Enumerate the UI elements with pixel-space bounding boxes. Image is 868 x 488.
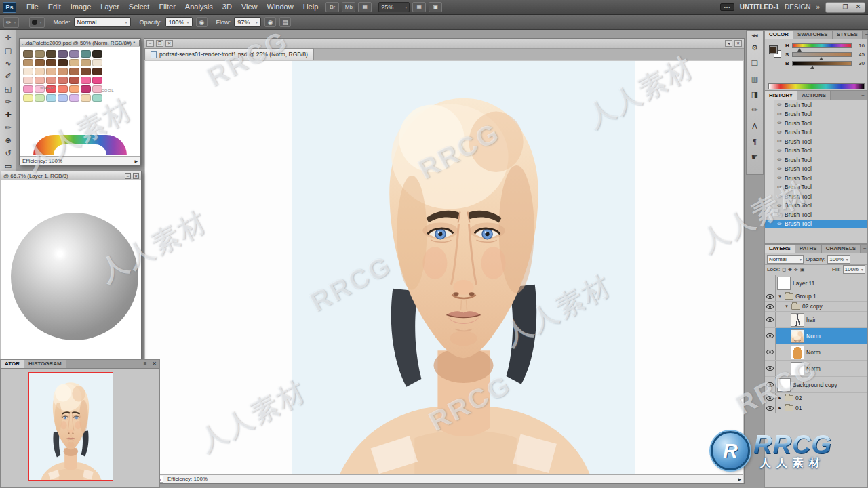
layer-blend-mode-select[interactable]: Normal ▾: [767, 255, 804, 264]
tab-swatches[interactable]: SWATCHES: [793, 30, 833, 39]
healing-brush-tool[interactable]: ✚: [0, 108, 16, 121]
menu-analysis[interactable]: Analysis: [180, 0, 218, 14]
blend-mode-select[interactable]: Normal ▾: [74, 17, 131, 27]
workspace-overflow-icon[interactable]: »: [816, 3, 820, 11]
visibility-toggle[interactable]: [765, 393, 776, 403]
tab-color[interactable]: COLOR: [765, 30, 793, 39]
color-swatch[interactable]: [58, 59, 68, 66]
menu-select[interactable]: Select: [124, 0, 155, 14]
color-swatch[interactable]: [35, 50, 45, 58]
color-swatch[interactable]: [58, 94, 68, 102]
screen-mode-icon[interactable]: ▣: [429, 2, 442, 12]
palette-canvas[interactable]: WARM COOL: [20, 47, 140, 156]
sphere-canvas[interactable]: [1, 180, 141, 359]
cs-live-icon[interactable]: •••: [720, 3, 734, 11]
window-minimize-icon[interactable]: –: [146, 40, 154, 47]
status-arrow-icon[interactable]: ▶: [134, 159, 138, 163]
history-row[interactable]: ✏Brush Tool: [765, 210, 867, 220]
color-spectrum-ramp[interactable]: [768, 83, 865, 89]
tab-layers[interactable]: LAYERS: [765, 245, 795, 253]
layer-row-group-1[interactable]: ▾Group 1: [765, 291, 867, 302]
close-icon[interactable]: ✕: [734, 40, 742, 47]
menu-help[interactable]: Help: [298, 0, 323, 14]
color-swatch[interactable]: [46, 94, 56, 102]
history-source-well[interactable]: [765, 210, 774, 220]
close-button[interactable]: ✕: [852, 2, 865, 12]
color-swatch[interactable]: [69, 68, 79, 75]
paragraph-icon[interactable]: ¶: [749, 136, 761, 146]
minimize-button[interactable]: –: [139, 40, 140, 46]
expand-dock-icon[interactable]: ◀◀: [751, 33, 757, 37]
window-restore-icon[interactable]: ❐: [156, 40, 163, 47]
history-source-well[interactable]: [765, 100, 774, 110]
layer-fill-select[interactable]: 100% ▾: [843, 265, 865, 274]
window-close-icon[interactable]: ✕: [165, 40, 173, 47]
tab-histogram[interactable]: HISTOGRAM: [24, 360, 66, 368]
brush-presets-icon[interactable]: ✏: [749, 105, 761, 115]
maximize-button[interactable]: ❐: [839, 2, 852, 12]
panel-menu-icon[interactable]: ≡: [863, 30, 868, 39]
visibility-toggle[interactable]: [765, 344, 776, 360]
tab-navigator[interactable]: ATOR: [1, 360, 24, 368]
slider-track[interactable]: [792, 52, 852, 57]
history-row[interactable]: ✏Brush Tool: [765, 165, 867, 174]
tablet-pressure-icon[interactable]: ◉: [196, 17, 208, 27]
visibility-toggle[interactable]: [765, 403, 776, 413]
expand-triangle-icon[interactable]: ▸: [777, 405, 783, 411]
history-source-well[interactable]: [765, 165, 774, 174]
history-row[interactable]: ✏Brush Tool: [765, 220, 867, 229]
scroll-left-icon[interactable]: ◂: [725, 40, 732, 47]
color-swatch[interactable]: [69, 85, 79, 93]
visibility-toggle[interactable]: [765, 312, 776, 327]
color-swatch[interactable]: [81, 77, 91, 84]
photoshop-logo[interactable]: Ps: [3, 2, 16, 13]
color-swatch[interactable]: [46, 68, 56, 75]
color-swatch[interactable]: [35, 59, 45, 66]
color-swatch[interactable]: [69, 77, 79, 84]
color-swatch[interactable]: [23, 94, 33, 102]
history-row[interactable]: ✏Brush Tool: [765, 183, 867, 192]
color-swatch[interactable]: [23, 68, 33, 75]
move-tool[interactable]: ✛: [0, 31, 16, 44]
portrait-canvas[interactable]: [292, 61, 635, 474]
color-swatch[interactable]: [69, 59, 79, 66]
color-swatch[interactable]: [46, 77, 56, 84]
crop-tool[interactable]: ◱: [0, 83, 16, 96]
history-source-well[interactable]: [765, 201, 774, 211]
history-row[interactable]: ✏Brush Tool: [765, 128, 867, 138]
layer-row-norm[interactable]: Norm: [765, 344, 867, 361]
brush-panel-toggle-icon[interactable]: ▤: [279, 17, 291, 27]
expand-triangle-icon[interactable]: ▸: [777, 395, 783, 401]
menu-layer[interactable]: Layer: [96, 0, 124, 14]
bridge-icon[interactable]: Br: [326, 2, 339, 12]
collapse-triangle-icon[interactable]: ▾: [777, 293, 783, 299]
wrench-icon[interactable]: ⚙: [749, 43, 761, 53]
color-swatch[interactable]: [81, 59, 91, 66]
slider-track[interactable]: [792, 61, 852, 66]
view-extras-icon[interactable]: ▦: [358, 2, 372, 12]
history-source-well[interactable]: [765, 137, 774, 146]
quick-select-tool[interactable]: ✐: [0, 70, 16, 83]
close-icon[interactable]: ✕: [149, 360, 159, 368]
history-row[interactable]: ✏Brush Tool: [765, 155, 867, 165]
tab-history[interactable]: HISTORY: [765, 92, 797, 100]
layer-row-background-copy[interactable]: Background copy: [765, 377, 867, 393]
lasso-tool[interactable]: ∿: [0, 57, 16, 70]
history-row[interactable]: ✏Brush Tool: [765, 192, 867, 201]
color-swatch[interactable]: [35, 77, 45, 84]
color-swatch[interactable]: [58, 85, 68, 93]
color-swatch[interactable]: [23, 59, 33, 66]
visibility-toggle[interactable]: [765, 361, 776, 376]
color-swatch[interactable]: [92, 77, 102, 84]
slider-thumb[interactable]: [797, 48, 802, 52]
airbrush-icon[interactable]: ◉: [264, 17, 276, 27]
brush-preset-picker[interactable]: ▾: [29, 17, 45, 28]
menu-image[interactable]: Image: [66, 0, 96, 14]
brush-tool[interactable]: ✏: [0, 121, 16, 134]
mini-bridge-icon[interactable]: Mb: [342, 2, 355, 12]
panel-menu-icon[interactable]: ≡: [859, 92, 867, 100]
color-swatch[interactable]: [58, 77, 68, 84]
color-swatch[interactable]: [81, 68, 91, 75]
clone-stamp-tool[interactable]: ⊕: [0, 134, 16, 147]
color-swatch[interactable]: [58, 50, 68, 58]
